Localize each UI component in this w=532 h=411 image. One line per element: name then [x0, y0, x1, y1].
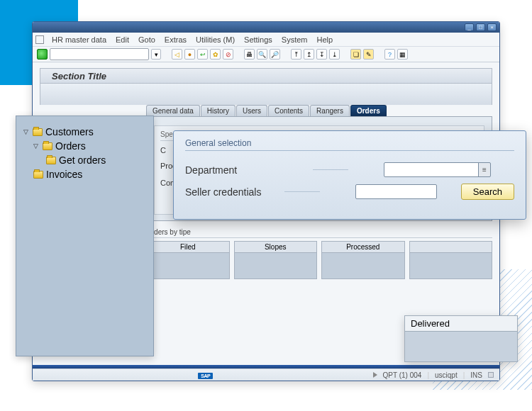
app-icon [35, 35, 44, 44]
orders-col-slopes: Slopes [234, 241, 318, 279]
department-label: Department [185, 164, 306, 176]
folder-icon [43, 142, 52, 150]
tree-get-orders[interactable]: Get orders [46, 153, 146, 167]
seller-credentials-input[interactable] [355, 184, 437, 199]
maximize-button[interactable]: □ [476, 23, 485, 31]
prev-page-icon[interactable]: ↥ [304, 49, 314, 60]
search-button[interactable]: Search [461, 184, 514, 200]
menubar: HR master data Edit Goto Extras Utilitie… [33, 33, 499, 47]
first-page-icon[interactable]: ⤒ [291, 49, 301, 60]
tree-invoices[interactable]: Invoices [33, 167, 146, 181]
menu-hr-master-data[interactable]: HR master data [48, 34, 110, 45]
status-resize-icon[interactable] [488, 372, 494, 378]
find-icon[interactable]: 🔍 [257, 49, 267, 60]
new-session-icon[interactable]: ❏ [350, 49, 361, 60]
tab-general-data[interactable]: General data [146, 105, 200, 116]
tab-rangers[interactable]: Rangers [310, 105, 350, 116]
exit-icon[interactable]: ↩ [197, 49, 208, 60]
section-title: Section Title [40, 68, 492, 84]
tree-orders[interactable]: ▽ Orders [33, 139, 146, 153]
layout-icon[interactable]: ▦ [397, 49, 408, 60]
close-button[interactable]: × [487, 23, 497, 31]
next-page-icon[interactable]: ↧ [316, 49, 327, 60]
orders-col-filed-head: Filed [147, 242, 229, 253]
print-icon[interactable]: 🖶 [244, 49, 255, 60]
folder-icon [46, 157, 56, 164]
status-qpt: QPT (1) 004 [383, 371, 422, 379]
menu-goto[interactable]: Goto [135, 34, 159, 45]
tree-customers[interactable]: ▽ Customers [23, 125, 146, 139]
minimize-button[interactable]: _ [465, 23, 474, 31]
statusbar: SAP QPT (1) 004 | usciqpt | INS [33, 368, 499, 381]
orders-col-filed: Filed [146, 241, 230, 279]
toolbar: ▾ ◁ ● ↩ ✿ ⊘ 🖶 🔍 🔎 ⤒ ↥ ↧ ⤓ ❏ ✎ ? ▦ [33, 47, 499, 62]
sap-logo: SAP [198, 373, 213, 379]
status-play-icon[interactable] [373, 372, 377, 378]
department-input[interactable] [384, 162, 490, 177]
status-host: usciqpt [435, 371, 458, 379]
save-icon[interactable]: ● [184, 49, 195, 60]
stop-icon[interactable]: ⊘ [223, 49, 233, 60]
tabstrip: General data History Users Contents Rang… [146, 105, 492, 116]
folder-icon [33, 171, 43, 179]
seller-credentials-label: Seller credentials [185, 186, 277, 198]
cancel-icon[interactable]: ✿ [210, 49, 221, 60]
titlebar: _ □ × [33, 22, 499, 33]
orders-by-title: Orders by tipe [146, 228, 492, 238]
general-selection-panel: General selection Department ≡ Seller cr… [173, 130, 526, 220]
orders-by-section: Orders by tipe Filed Slopes Processed [146, 228, 492, 279]
orders-col-slopes-head: Slopes [235, 242, 317, 253]
delivered-label: Delivered [405, 316, 517, 332]
generate-shortcut-icon[interactable]: ✎ [363, 49, 374, 60]
help-icon[interactable]: ? [384, 49, 395, 60]
expand-icon[interactable]: ▽ [23, 128, 30, 135]
tree-get-orders-label: Get orders [59, 154, 106, 166]
orders-col-processed: Processed [321, 241, 405, 279]
delivered-callout: Delivered [404, 315, 518, 362]
tree-customers-label: Customers [45, 126, 94, 137]
menu-utilities[interactable]: Utilities (M) [192, 34, 238, 45]
find-next-icon[interactable]: 🔎 [270, 49, 280, 60]
menu-system[interactable]: System [278, 34, 311, 45]
tree-invoices-label: Invoices [46, 169, 82, 180]
orders-col-processed-head: Processed [322, 242, 404, 253]
folder-icon [33, 128, 43, 136]
last-page-icon[interactable]: ⤓ [329, 49, 340, 60]
tree-orders-label: Orders [55, 140, 86, 152]
orders-col-empty [409, 241, 493, 279]
back-icon[interactable]: ◁ [172, 49, 182, 60]
command-dropdown-icon[interactable]: ▾ [151, 49, 161, 60]
status-mode: INS [470, 371, 482, 379]
menu-extras[interactable]: Extras [161, 34, 190, 45]
expand-icon[interactable]: ▽ [33, 142, 40, 150]
menu-edit[interactable]: Edit [112, 34, 133, 45]
value-help-icon[interactable]: ≡ [478, 162, 491, 177]
tab-users[interactable]: Users [236, 105, 267, 116]
tab-orders[interactable]: Orders [350, 105, 387, 116]
menu-help[interactable]: Help [313, 34, 336, 45]
command-field[interactable] [50, 48, 149, 60]
tab-contents[interactable]: Contents [268, 105, 309, 116]
tab-history[interactable]: History [201, 105, 235, 116]
general-selection-title: General selection [185, 138, 514, 148]
tree-panel: ▽ Customers ▽ Orders Get orders Invoices [16, 116, 154, 356]
menu-settings[interactable]: Settings [240, 34, 276, 45]
enter-icon[interactable] [37, 49, 48, 60]
